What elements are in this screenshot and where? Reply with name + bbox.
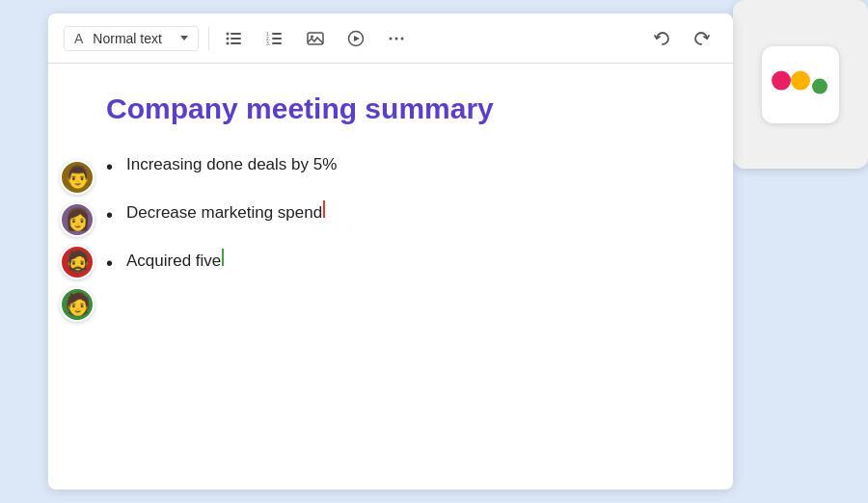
toolbar: A Normal text 1. 2. 3.: [48, 13, 733, 64]
video-icon: [347, 30, 365, 47]
image-button[interactable]: [300, 23, 331, 54]
toolbar-divider-1: [208, 27, 209, 50]
svg-point-21: [401, 37, 404, 40]
bullet-list-icon: [226, 30, 243, 47]
svg-text:3.: 3.: [266, 40, 270, 46]
svg-point-0: [772, 70, 791, 90]
redo-button[interactable]: [687, 23, 718, 54]
bullet-text-1[interactable]: Increasing done deals by 5%: [126, 152, 337, 177]
list-item: • Decrease marketing spend: [106, 200, 694, 227]
svg-rect-8: [231, 42, 241, 44]
svg-point-20: [395, 37, 398, 40]
bullet-text-3[interactable]: Acquired five: [126, 249, 221, 274]
bullet-list-button[interactable]: [219, 23, 250, 54]
svg-rect-6: [231, 38, 241, 40]
image-icon: [307, 30, 324, 47]
list-item: • Increasing done deals by 5%: [106, 152, 694, 179]
more-options-icon: [388, 30, 405, 47]
doc-content: Company meeting summary • Increasing don…: [48, 64, 733, 326]
document-container: A Normal text 1. 2. 3.: [48, 13, 733, 490]
svg-point-19: [390, 37, 393, 40]
bullet-dot-3: •: [106, 251, 113, 276]
svg-rect-15: [308, 33, 323, 44]
svg-rect-4: [231, 33, 241, 35]
cursor-green: [222, 249, 224, 266]
undo-icon: [653, 30, 670, 47]
svg-point-7: [227, 41, 230, 44]
list-item: • Acquired five: [106, 249, 694, 276]
bullet-dot-2: •: [106, 202, 113, 227]
svg-rect-10: [272, 33, 282, 35]
video-button[interactable]: [340, 23, 371, 54]
svg-point-2: [812, 78, 827, 93]
redo-icon: [693, 30, 711, 47]
svg-point-5: [227, 37, 230, 40]
svg-marker-18: [354, 36, 360, 41]
style-label: Normal text: [93, 31, 175, 46]
svg-point-3: [227, 32, 230, 35]
app-icon-panel: [733, 0, 868, 169]
style-selector[interactable]: A Normal text: [64, 26, 199, 51]
style-prefix: A: [74, 31, 83, 46]
cursor-red: [323, 200, 325, 218]
bullet-list: • Increasing done deals by 5% • Decrease…: [106, 152, 694, 276]
svg-point-1: [791, 70, 810, 90]
svg-point-16: [311, 35, 313, 38]
svg-rect-12: [272, 38, 282, 40]
doc-title: Company meeting summary: [106, 93, 694, 125]
numbered-list-button[interactable]: 1. 2. 3.: [259, 23, 290, 54]
more-options-button[interactable]: [381, 23, 412, 54]
bullet-text-2[interactable]: Decrease marketing spend: [126, 200, 322, 225]
numbered-list-icon: 1. 2. 3.: [266, 30, 284, 47]
svg-rect-14: [272, 42, 282, 44]
bullet-dot-1: •: [106, 154, 113, 179]
undo-button[interactable]: [646, 23, 677, 54]
monday-logo: [772, 59, 829, 97]
chevron-down-icon: [180, 36, 188, 40]
